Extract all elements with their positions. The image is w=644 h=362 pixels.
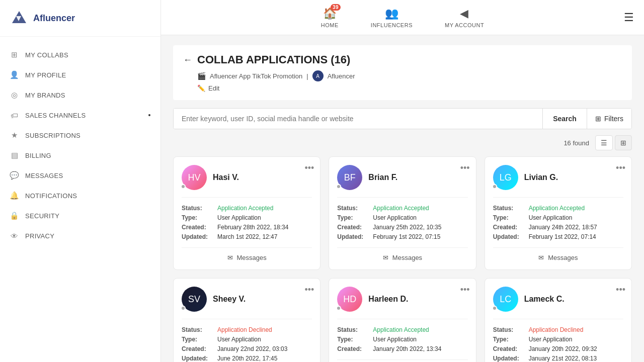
- edit-row[interactable]: ✏️ Edit: [197, 84, 622, 92]
- card-menu-button[interactable]: •••: [460, 163, 470, 173]
- edit-icon: ✏️: [197, 84, 205, 92]
- card-menu-button[interactable]: •••: [304, 163, 314, 173]
- tab-icon-my_account: ◀: [460, 7, 469, 20]
- card-menu-button[interactable]: •••: [616, 163, 625, 173]
- created-value: January 20th 2022, 13:34: [373, 345, 441, 352]
- created-label: Created:: [182, 224, 214, 231]
- nav-label-my-brands: MY BRANDS: [25, 92, 65, 99]
- type-row: Type: User Application: [493, 336, 623, 343]
- sidebar-item-messages[interactable]: 💬 MESSAGES: [0, 165, 160, 186]
- nav-icon-sales-channels: 🏷: [10, 111, 19, 120]
- collab-owner-avatar: A: [312, 70, 324, 81]
- list-view-button[interactable]: ☰: [595, 135, 613, 150]
- view-toggle: ☰ ⊞: [595, 135, 632, 150]
- messages-button[interactable]: ✉ Messages: [337, 247, 467, 261]
- user-avatar: HD: [337, 287, 362, 312]
- status-row: Status: Application Accepted: [182, 205, 312, 212]
- updated-label: Updated:: [337, 233, 370, 240]
- card-fields: Status: Application Accepted Type: User …: [182, 205, 312, 240]
- collab-name: Afluencer App TikTok Promotion: [210, 72, 302, 80]
- sidebar-item-notifications[interactable]: 🔔 NOTIFICATIONS: [0, 186, 160, 206]
- created-label: Created:: [337, 345, 370, 352]
- messages-button[interactable]: ✉ Messages: [337, 359, 467, 362]
- status-row: Status: Application Accepted: [337, 205, 467, 212]
- status-value: Application Accepted: [529, 205, 585, 212]
- messages-button[interactable]: ✉ Messages: [182, 247, 312, 261]
- type-value: User Application: [373, 336, 417, 343]
- updated-row: Updated: June 20th 2022, 17:45: [182, 355, 312, 362]
- nav-label-my-profile: MY PROFILE: [25, 71, 66, 79]
- sidebar-item-sales-channels[interactable]: 🏷 SALES CHANNELS: [0, 105, 160, 125]
- updated-label: Updated:: [493, 355, 526, 362]
- sidebar-item-subscriptions[interactable]: ★ SUBSCRIPTIONS: [0, 125, 160, 145]
- top-nav-tab-my_account[interactable]: ◀ MY ACCOUNT: [439, 4, 490, 31]
- tab-label-home: HOME: [321, 22, 339, 28]
- status-row: Status: Application Accepted: [493, 205, 623, 212]
- tiktok-icon: 🎬: [197, 72, 206, 80]
- created-value: January 24th 2022, 18:57: [529, 224, 597, 231]
- results-bar: 16 found ☰ ⊞: [173, 135, 632, 150]
- nav-label-security: SECURITY: [25, 212, 59, 220]
- application-card: ••• BF Brian F. Status: Application Acce…: [329, 156, 476, 270]
- type-label: Type:: [493, 336, 526, 343]
- card-user-info: LG Livian G.: [493, 165, 623, 198]
- card-user-info: HV Hasi V.: [182, 165, 312, 198]
- tab-label-influencers: INFLUENCERS: [371, 22, 413, 28]
- search-button[interactable]: Search: [542, 109, 587, 129]
- card-menu-button[interactable]: •••: [460, 285, 470, 295]
- nav-label-subscriptions: SUBSCRIPTIONS: [25, 132, 80, 139]
- card-user-info: LC Lameck C.: [493, 287, 623, 319]
- user-avatar: LG: [493, 165, 518, 190]
- card-fields: Status: Application Accepted Type: User …: [337, 326, 467, 352]
- application-card: ••• LG Livian G. Status: Application Acc…: [485, 156, 632, 270]
- created-row: Created: January 25th 2022, 10:35: [337, 224, 467, 231]
- application-card: ••• LC Lameck C. Status: Application Dec…: [485, 278, 632, 362]
- sidebar-item-privacy[interactable]: 👁 PRIVACY: [0, 226, 160, 246]
- updated-value: January 21st 2022, 08:13: [529, 355, 597, 362]
- card-menu-button[interactable]: •••: [304, 285, 314, 295]
- nav-label-billing: BILLING: [25, 152, 51, 159]
- nav-icon-my-brands: ◎: [10, 90, 19, 100]
- status-label: Status:: [493, 205, 526, 212]
- search-input[interactable]: [174, 109, 542, 129]
- created-value: January 25th 2022, 10:35: [373, 224, 441, 231]
- type-label: Type:: [182, 336, 214, 343]
- title-row: ← COLLAB APPLICATIONS (16): [183, 53, 622, 66]
- type-label: Type:: [337, 336, 370, 343]
- message-icon: ✉: [383, 254, 388, 261]
- filters-button[interactable]: ⊞ Filters: [587, 109, 631, 129]
- type-label: Type:: [493, 214, 526, 221]
- card-menu-button[interactable]: •••: [616, 285, 625, 295]
- edit-label: Edit: [208, 84, 219, 92]
- type-row: Type: User Application: [182, 336, 312, 343]
- back-button[interactable]: ←: [183, 55, 192, 65]
- user-name: Lameck C.: [524, 295, 565, 304]
- updated-label: Updated:: [182, 233, 214, 240]
- top-nav-tab-home[interactable]: 🏠 39 HOME: [315, 4, 345, 31]
- user-avatar: HV: [182, 165, 207, 190]
- card-fields: Status: Application Accepted Type: User …: [337, 205, 467, 240]
- type-label: Type:: [337, 214, 370, 221]
- card-user-info: BF Brian F.: [337, 165, 467, 198]
- user-avatar: SV: [182, 287, 207, 312]
- sidebar-item-my-brands[interactable]: ◎ MY BRANDS: [0, 85, 160, 105]
- hamburger-menu[interactable]: ☰: [624, 11, 634, 24]
- sidebar-item-security[interactable]: 🔒 SECURITY: [0, 206, 160, 226]
- messages-label: Messages: [237, 254, 267, 261]
- sidebar-item-billing[interactable]: ▤ BILLING: [0, 145, 160, 165]
- sidebar-item-my-profile[interactable]: 👤 MY PROFILE: [0, 65, 160, 85]
- status-value: Application Declined: [529, 326, 584, 333]
- updated-value: June 20th 2022, 17:45: [217, 355, 277, 362]
- card-fields: Status: Application Declined Type: User …: [182, 326, 312, 362]
- messages-button[interactable]: ✉ Messages: [493, 247, 623, 261]
- top-nav-tab-influencers[interactable]: 👥 INFLUENCERS: [365, 4, 419, 31]
- grid-view-button[interactable]: ⊞: [615, 135, 632, 150]
- type-row: Type: User Application: [493, 214, 623, 221]
- nav-icon-my-collabs: ⊞: [10, 50, 19, 59]
- status-row: Status: Application Declined: [493, 326, 623, 333]
- sidebar-item-my-collabs[interactable]: ⊞ MY COLLABS: [0, 45, 160, 65]
- type-label: Type:: [182, 214, 214, 221]
- filters-label: Filters: [604, 115, 623, 123]
- status-value: Application Declined: [217, 326, 272, 333]
- user-name: Hasi V.: [213, 173, 239, 182]
